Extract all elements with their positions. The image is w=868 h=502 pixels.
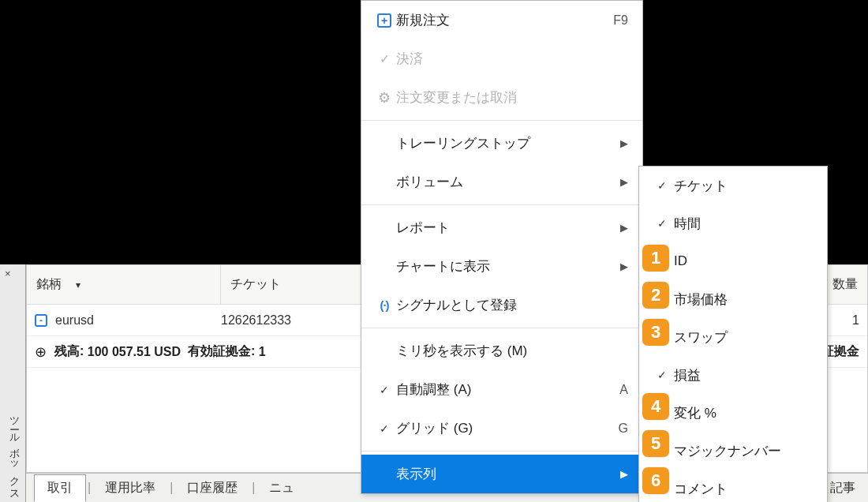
cell-symbol: - eurusd — [35, 313, 221, 328]
menu-item-label: シグナルとして登録 — [396, 296, 628, 314]
tab-separator: | — [86, 481, 92, 495]
menu-item-label: 表示列 — [396, 465, 620, 483]
check-icon: ✓ — [657, 217, 667, 230]
submenu-label: ID — [674, 253, 687, 269]
submenu-label: マジックナンバー — [674, 442, 781, 460]
annotation-badge-1: 1 — [642, 245, 669, 272]
menu-register-signal[interactable]: (·) シグナルとして登録 — [361, 286, 642, 324]
column-header-label: 銘柄 — [36, 276, 62, 293]
menu-close-position: ✓ 決済 — [361, 39, 642, 78]
menu-volume[interactable]: ボリューム ▶ — [361, 163, 642, 201]
menu-item-label: 自動調整 (A) — [396, 380, 619, 399]
annotation-badge-4: 4 — [642, 393, 669, 420]
check-icon: ✓ — [380, 384, 389, 396]
submenu-label: 時間 — [674, 215, 701, 233]
menu-separator — [361, 204, 642, 205]
minus-square-icon[interactable]: - — [35, 314, 47, 327]
submenu-label: コメント — [674, 480, 728, 498]
toolbox-label: ツールボックス — [4, 410, 21, 497]
tab-separator: | — [250, 481, 256, 495]
check-icon: ✓ — [657, 369, 667, 381]
signal-icon: (·) — [380, 298, 388, 312]
check-icon: ✓ — [380, 51, 390, 66]
menu-item-label: グリッド (G) — [396, 419, 619, 437]
cell-ticket: 1262612333 — [221, 313, 363, 328]
annotation-badge-5: 5 — [642, 430, 669, 457]
margin-value-trunc: 1 — [259, 345, 266, 359]
plus-square-icon: + — [377, 13, 391, 28]
required-margin-trunc: 証拠金 — [821, 343, 867, 360]
margin-label: 有効証拠金: — [188, 343, 255, 360]
submenu-label: スワップ — [674, 328, 728, 347]
tab-history[interactable]: 口座履歴 — [174, 475, 250, 501]
menu-item-label: トレーリングストップ — [396, 134, 620, 152]
menu-report[interactable]: レポート ▶ — [361, 208, 642, 247]
cell-qty: 1 — [852, 313, 867, 328]
toolbox-vertical-strip: × ツールボックス — [0, 264, 26, 502]
submenu-profit[interactable]: ✓ 損益 — [639, 356, 827, 394]
submenu-ticket[interactable]: ✓ チケット — [639, 167, 827, 204]
chevron-right-icon: ▶ — [620, 176, 628, 188]
gear-icon: ⚙ — [378, 89, 391, 107]
chevron-right-icon: ▶ — [620, 260, 628, 272]
chevron-right-icon: ▶ — [620, 137, 628, 149]
menu-item-accel: A — [619, 383, 628, 397]
submenu-label: 損益 — [674, 366, 701, 384]
menu-item-label: 注文変更または取消 — [396, 88, 628, 107]
menu-separator — [361, 328, 642, 328]
menu-item-label: ボリューム — [396, 173, 620, 191]
menu-show-milliseconds[interactable]: ミリ秒を表示する (M) — [361, 332, 642, 370]
column-header-qty[interactable]: 数量 — [823, 265, 867, 304]
balance-value: 100 057.51 USD — [88, 345, 181, 359]
submenu-label: チケット — [674, 177, 728, 195]
balance-label: 残高: — [54, 343, 84, 360]
menu-grid[interactable]: ✓ グリッド (G) G — [361, 409, 642, 448]
column-header-label: チケット — [230, 276, 281, 293]
menu-trailing-stop[interactable]: トレーリングストップ ▶ — [361, 124, 642, 163]
chevron-right-icon: ▶ — [620, 222, 628, 234]
menu-item-label: チャートに表示 — [396, 257, 620, 275]
tab-news[interactable]: ニュ — [256, 475, 307, 501]
check-icon: ✓ — [380, 422, 389, 435]
close-icon[interactable]: × — [5, 268, 11, 279]
menu-columns[interactable]: 表示列 ▶ — [361, 455, 642, 493]
tab-separator: | — [168, 481, 174, 495]
column-header-ticket[interactable]: チケット — [221, 265, 363, 304]
context-menu: + 新規注文 F9 ✓ 決済 ⚙ 注文変更または取消 トレーリングストップ ▶ … — [361, 0, 643, 494]
annotation-badge-6: 6 — [642, 467, 669, 494]
menu-item-label: ミリ秒を表示する (M) — [396, 342, 628, 360]
annotation-badge-3: 3 — [642, 319, 669, 346]
menu-show-on-chart[interactable]: チャートに表示 ▶ — [361, 247, 642, 286]
plus-circle-icon[interactable]: ⊕ — [35, 343, 47, 361]
menu-modify-order: ⚙ 注文変更または取消 — [361, 78, 642, 117]
symbol-name: eurusd — [55, 313, 94, 328]
menu-item-label: 決済 — [396, 50, 628, 68]
menu-item-label: レポート — [396, 219, 620, 237]
column-header-label: 数量 — [832, 276, 858, 293]
submenu-label: 変化 % — [674, 404, 716, 422]
chevron-right-icon: ▶ — [620, 468, 628, 480]
menu-item-accel: F9 — [613, 13, 628, 28]
column-header-symbol[interactable]: 銘柄 ▾ — [27, 265, 221, 304]
menu-separator — [361, 120, 642, 121]
check-icon: ✓ — [657, 179, 667, 192]
submenu-label: 市場価格 — [674, 290, 728, 309]
sort-arrow-icon: ▾ — [76, 279, 80, 290]
annotation-badge-2: 2 — [642, 282, 669, 309]
menu-separator — [361, 451, 642, 451]
menu-auto-arrange[interactable]: ✓ 自動調整 (A) A — [361, 370, 642, 409]
tab-exposure[interactable]: 運用比率 — [92, 475, 168, 501]
menu-item-label: 新規注文 — [396, 11, 613, 29]
tab-trade[interactable]: 取引 — [34, 474, 86, 502]
submenu-time[interactable]: ✓ 時間 — [639, 204, 827, 242]
menu-item-accel: G — [619, 421, 628, 436]
menu-new-order[interactable]: + 新規注文 F9 — [361, 1, 642, 39]
